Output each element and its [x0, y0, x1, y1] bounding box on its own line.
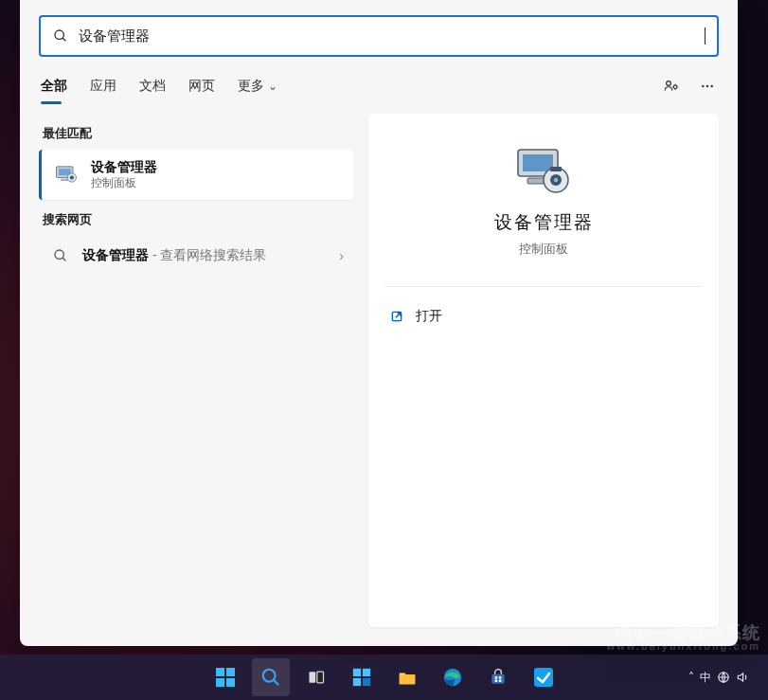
preview-title: 设备管理器: [494, 210, 594, 235]
svg-rect-40: [498, 680, 501, 683]
best-match-subtitle: 控制面板: [91, 176, 157, 190]
svg-rect-32: [352, 678, 360, 686]
text-caret: [705, 27, 705, 45]
store-button[interactable]: [479, 658, 517, 696]
svg-rect-24: [216, 678, 224, 687]
svg-rect-34: [399, 674, 415, 684]
svg-rect-36: [491, 674, 504, 684]
tab-documents[interactable]: 文档: [139, 70, 166, 102]
pinned-app-button[interactable]: [525, 658, 563, 696]
chevron-right-icon: ›: [339, 248, 344, 263]
svg-rect-29: [316, 672, 323, 683]
svg-point-4: [702, 85, 704, 87]
tab-more-label: 更多: [238, 78, 264, 93]
preview-subtitle: 控制面板: [519, 241, 568, 258]
svg-rect-39: [494, 680, 497, 683]
taskbar-search-button[interactable]: [252, 658, 290, 696]
search-icon: [52, 27, 69, 45]
account-settings-icon[interactable]: [662, 77, 681, 96]
widgets-button[interactable]: [343, 658, 381, 696]
taskbar: ˄ 中: [0, 655, 768, 700]
volume-icon[interactable]: [736, 671, 749, 684]
svg-rect-20: [550, 167, 562, 171]
svg-point-11: [70, 176, 74, 180]
svg-point-2: [667, 81, 671, 86]
more-options-icon[interactable]: [698, 77, 717, 96]
svg-line-27: [273, 680, 277, 685]
svg-point-3: [673, 85, 677, 89]
web-result-text: 设备管理器 - 查看网络搜索结果: [82, 247, 326, 264]
svg-point-12: [55, 250, 63, 259]
tray-overflow-icon[interactable]: ˄: [688, 671, 694, 684]
svg-point-6: [710, 85, 712, 87]
results-left-column: 最佳匹配 设备管理器 控制面板: [39, 114, 353, 627]
svg-rect-28: [309, 672, 315, 683]
svg-line-1: [63, 38, 65, 41]
web-result-suffix: - 查看网络搜索结果: [149, 247, 266, 262]
ime-indicator[interactable]: 中: [700, 670, 711, 686]
search-box[interactable]: [39, 15, 719, 57]
svg-rect-38: [498, 676, 501, 679]
device-manager-icon: [53, 161, 80, 188]
open-external-icon: [389, 309, 404, 324]
svg-rect-23: [226, 668, 235, 676]
svg-rect-15: [523, 154, 553, 171]
svg-rect-22: [216, 668, 224, 676]
filter-tab-row: 全部 应用 文档 网页 更多⌄: [20, 66, 738, 102]
svg-line-13: [63, 258, 65, 260]
web-result-term: 设备管理器: [82, 247, 149, 262]
best-match-result[interactable]: 设备管理器 控制面板: [39, 150, 353, 200]
task-view-button[interactable]: [297, 658, 335, 696]
section-search-web: 搜索网页: [39, 200, 353, 236]
svg-point-0: [55, 30, 63, 39]
start-button[interactable]: [206, 658, 244, 696]
svg-rect-33: [362, 678, 369, 686]
search-input[interactable]: [69, 28, 713, 45]
svg-rect-37: [494, 676, 497, 679]
network-icon[interactable]: [717, 671, 730, 684]
open-action[interactable]: 打开: [368, 295, 719, 338]
tab-all[interactable]: 全部: [41, 70, 67, 102]
preview-pane: 设备管理器 控制面板 打开: [368, 114, 719, 627]
web-search-result[interactable]: 设备管理器 - 查看网络搜索结果 ›: [39, 236, 353, 276]
svg-rect-30: [352, 669, 360, 676]
chevron-down-icon: ⌄: [268, 80, 277, 93]
svg-point-26: [262, 670, 275, 682]
file-explorer-button[interactable]: [388, 658, 426, 696]
search-icon: [52, 247, 69, 264]
tab-apps[interactable]: 应用: [90, 70, 116, 102]
open-label: 打开: [416, 308, 442, 325]
section-best-match: 最佳匹配: [39, 114, 353, 150]
divider: [385, 286, 702, 287]
best-match-title: 设备管理器: [91, 159, 157, 176]
device-manager-large-icon: [510, 144, 577, 197]
system-tray[interactable]: ˄ 中: [688, 670, 760, 686]
tab-web[interactable]: 网页: [188, 70, 215, 102]
svg-point-19: [554, 178, 558, 182]
tab-more[interactable]: 更多⌄: [238, 70, 277, 102]
svg-rect-41: [534, 668, 553, 687]
search-box-container: [20, 0, 738, 66]
svg-rect-31: [362, 669, 369, 676]
svg-rect-25: [226, 678, 235, 687]
edge-browser-button[interactable]: [434, 658, 472, 696]
svg-point-5: [706, 85, 708, 87]
search-results-panel: 全部 应用 文档 网页 更多⌄: [20, 0, 738, 646]
